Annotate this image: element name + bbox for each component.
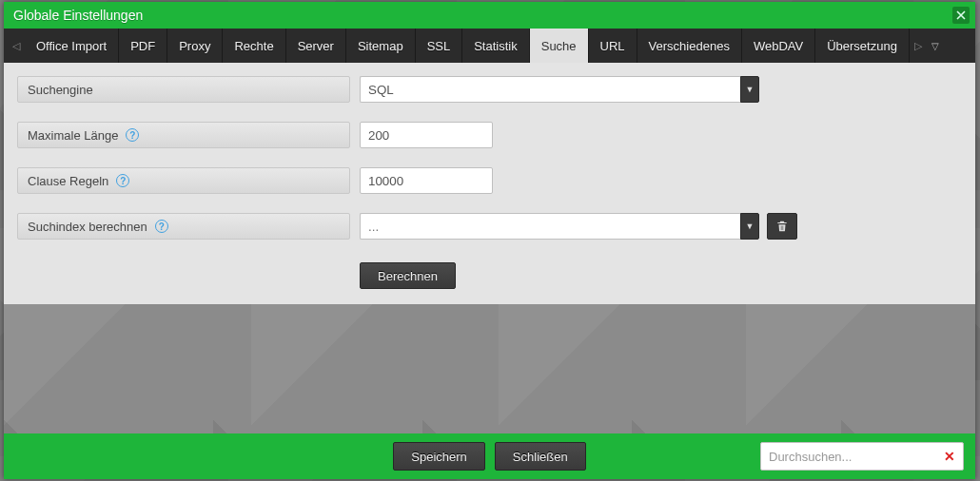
- clause-rules-input[interactable]: [360, 167, 493, 194]
- save-button[interactable]: Speichern: [393, 442, 485, 471]
- tab-label: Übersetzung: [827, 39, 897, 53]
- tab-übersetzung[interactable]: Übersetzung: [815, 29, 910, 63]
- tab-scroll-left-button[interactable]: ◁: [8, 29, 25, 63]
- label-text: Maximale Länge: [28, 128, 118, 143]
- tab-label: Statistik: [474, 39, 518, 53]
- close-icon: [956, 10, 966, 20]
- help-icon[interactable]: ?: [126, 128, 139, 142]
- max-length-input[interactable]: [360, 122, 493, 148]
- help-icon[interactable]: ?: [116, 174, 129, 187]
- search-engine-value[interactable]: [360, 76, 740, 103]
- search-input[interactable]: [769, 450, 942, 464]
- tab-label: Rechte: [234, 39, 273, 53]
- chevron-down-icon: ▽: [931, 41, 939, 51]
- row-search-engine: Suchengine ▼: [17, 76, 962, 103]
- tab-ssl[interactable]: SSL: [416, 29, 463, 63]
- tab-label: Sitemap: [358, 39, 403, 53]
- tab-label: Server: [298, 39, 334, 53]
- calc-index-select[interactable]: ▼: [360, 213, 759, 240]
- label-search-engine: Suchengine: [17, 76, 350, 103]
- label-calc-index: Suchindex berechnen ?: [17, 213, 350, 240]
- chevron-down-icon: ▼: [746, 85, 755, 94]
- tab-label: Suche: [541, 39, 577, 53]
- tab-office-import[interactable]: Office Import: [25, 29, 119, 63]
- search-engine-dropdown-button[interactable]: ▼: [740, 76, 759, 103]
- row-max-length: Maximale Länge ?: [17, 122, 962, 148]
- row-clause-rules: Clause Regeln ?: [17, 167, 962, 194]
- background-fill: [4, 304, 975, 433]
- close-button[interactable]: Schließen: [495, 442, 586, 471]
- label-max-length: Maximale Länge ?: [17, 122, 350, 148]
- tab-webdav[interactable]: WebDAV: [742, 29, 815, 63]
- tab-label: Verschiedenes: [649, 39, 730, 53]
- tab-label: Office Import: [36, 39, 107, 53]
- tab-verschiedenes[interactable]: Verschiedenes: [637, 29, 742, 63]
- chevron-down-icon: ▼: [746, 221, 755, 231]
- help-icon[interactable]: ?: [155, 220, 168, 233]
- tab-label: PDF: [130, 39, 155, 53]
- search-engine-select[interactable]: ▼: [360, 76, 759, 103]
- clear-index-button[interactable]: [767, 213, 797, 240]
- window-close-button[interactable]: [952, 7, 970, 24]
- close-icon: ✕: [944, 449, 955, 464]
- search-clear-button[interactable]: ✕: [942, 449, 957, 464]
- tab-suche[interactable]: Suche: [530, 29, 589, 63]
- tab-sitemap[interactable]: Sitemap: [346, 29, 416, 63]
- form-area: Suchengine ▼ Maximale Länge ?: [4, 63, 975, 304]
- label-text: Clause Regeln: [28, 174, 108, 188]
- row-calc-button: Berechnen: [17, 262, 962, 289]
- tabs-container: Office ImportPDFProxyRechteServerSitemap…: [25, 29, 910, 63]
- label-text: Suchengine: [28, 83, 93, 97]
- tab-server[interactable]: Server: [286, 29, 346, 63]
- tab-label: URL: [600, 39, 625, 53]
- calc-index-value[interactable]: [360, 213, 740, 240]
- chevron-right-icon: ▷: [914, 40, 922, 52]
- tab-overflow-button[interactable]: ▽: [927, 29, 944, 63]
- tab-rechte[interactable]: Rechte: [223, 29, 285, 63]
- search-box: ✕: [760, 442, 964, 471]
- calculate-button[interactable]: Berechnen: [360, 262, 456, 289]
- footer: Speichern Schließen ✕: [4, 433, 975, 479]
- chevron-left-icon: ◁: [12, 40, 20, 52]
- tab-proxy[interactable]: Proxy: [167, 29, 223, 63]
- tab-label: SSL: [427, 39, 451, 53]
- tab-pdf[interactable]: PDF: [119, 29, 167, 63]
- tab-label: WebDAV: [754, 39, 803, 53]
- label-text: Suchindex berechnen: [28, 220, 147, 234]
- titlebar: Globale Einstellungen: [4, 2, 975, 29]
- tab-statistik[interactable]: Statistik: [462, 29, 530, 63]
- row-calc-index: Suchindex berechnen ? ▼: [17, 213, 962, 240]
- label-clause-rules: Clause Regeln ?: [17, 167, 350, 194]
- tabstrip: ◁ Office ImportPDFProxyRechteServerSitem…: [4, 29, 975, 63]
- tab-label: Proxy: [179, 39, 210, 53]
- settings-window: Globale Einstellungen ◁ Office ImportPDF…: [4, 2, 975, 479]
- tab-scroll-right-button[interactable]: ▷: [910, 29, 927, 63]
- trash-icon: [775, 220, 789, 233]
- window-title: Globale Einstellungen: [13, 8, 952, 23]
- calc-index-dropdown-button[interactable]: ▼: [740, 213, 759, 240]
- tab-url[interactable]: URL: [589, 29, 637, 63]
